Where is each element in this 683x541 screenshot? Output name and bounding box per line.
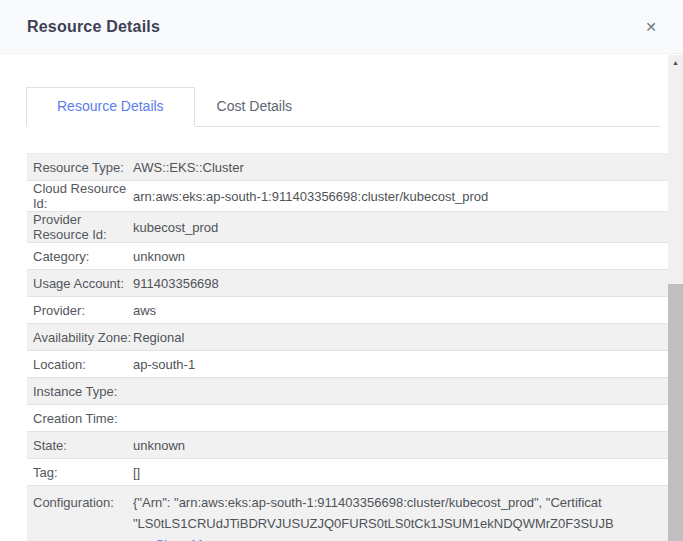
table-row: Usage Account: 911403356698	[27, 270, 668, 297]
table-row: State: unknown	[27, 432, 668, 459]
table-row: Tag: []	[27, 459, 668, 486]
row-value: Regional	[133, 330, 668, 345]
row-label: Category:	[33, 249, 133, 264]
table-row: Instance Type:	[27, 378, 668, 405]
tab-cost-details[interactable]: Cost Details	[195, 88, 322, 126]
row-value: []	[133, 465, 668, 480]
row-value: unknown	[133, 438, 668, 453]
table-row: Cloud Resource Id: arn:aws:eks:ap-south-…	[27, 181, 668, 212]
table-row: Location: ap-south-1	[27, 351, 668, 378]
scrollbar-thumb[interactable]	[668, 284, 683, 541]
modal-title: Resource Details	[27, 18, 160, 36]
row-label: Resource Type:	[33, 160, 133, 175]
truncation-ellipsis: ... -	[133, 537, 155, 541]
modal-body: Resource DetailsCost Details Resource Ty…	[0, 87, 668, 541]
table-row: Resource Type: AWS::EKS::Cluster	[27, 154, 668, 181]
table-row: Configuration: {"Arn": "arn:aws:eks:ap-s…	[27, 486, 668, 541]
close-icon[interactable]: ✕	[641, 16, 661, 38]
table-row: Provider Resource Id: kubecost_prod	[27, 212, 668, 243]
row-label: Tag:	[33, 465, 133, 480]
resource-details-table: Resource Type: AWS::EKS::Cluster Cloud R…	[27, 153, 668, 541]
row-value: {"Arn": "arn:aws:eks:ap-south-1:91140335…	[133, 492, 668, 541]
modal-header: Resource Details ✕	[0, 0, 683, 54]
row-label: Provider Resource Id:	[33, 212, 133, 242]
config-line: "LS0tLS1CRUdJTiBDRVJUSUZJQ0FURS0tLS0tCk1…	[133, 513, 668, 534]
row-label: Instance Type:	[33, 384, 133, 399]
row-label: Cloud Resource Id:	[33, 181, 133, 211]
row-value: AWS::EKS::Cluster	[133, 160, 668, 175]
vertical-scrollbar[interactable]: ▲	[668, 55, 683, 541]
row-value: aws	[133, 303, 668, 318]
row-label: Configuration:	[33, 492, 133, 513]
row-value: 911403356698	[133, 276, 668, 291]
row-label: State:	[33, 438, 133, 453]
row-value: unknown	[133, 249, 668, 264]
tab-bar: Resource DetailsCost Details	[26, 87, 660, 127]
row-label: Availability Zone:	[33, 330, 133, 345]
row-value: arn:aws:eks:ap-south-1:911403356698:clus…	[133, 189, 668, 204]
row-label: Usage Account:	[33, 276, 133, 291]
row-value: kubecost_prod	[133, 220, 668, 235]
row-value: ap-south-1	[133, 357, 668, 372]
table-row: Availability Zone: Regional	[27, 324, 668, 351]
scroll-up-arrow-icon[interactable]: ▲	[668, 55, 683, 69]
table-row: Category: unknown	[27, 243, 668, 270]
table-row: Creation Time:	[27, 405, 668, 432]
table-row: Provider: aws	[27, 297, 668, 324]
row-label: Location:	[33, 357, 133, 372]
row-label: Creation Time:	[33, 411, 133, 426]
show-more-link[interactable]: Show More	[155, 537, 221, 541]
config-line: {"Arn": "arn:aws:eks:ap-south-1:91140335…	[133, 492, 668, 513]
config-truncation: ... - Show More	[133, 534, 668, 541]
resource-details-modal: Resource Details ✕ Resource DetailsCost …	[0, 0, 683, 541]
row-label: Provider:	[33, 303, 133, 318]
tab-resource-details[interactable]: Resource Details	[26, 87, 195, 127]
